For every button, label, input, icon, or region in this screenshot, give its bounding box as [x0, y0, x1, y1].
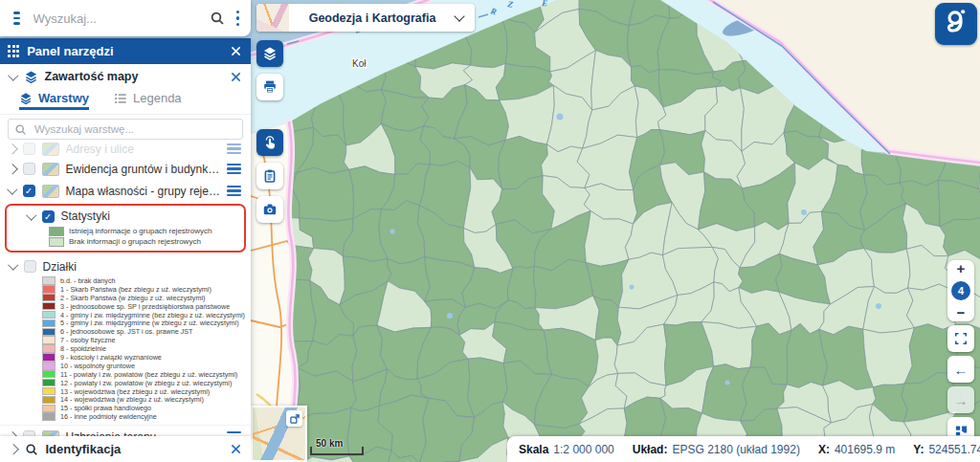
legend-swatch — [42, 362, 56, 370]
forward-button[interactable]: → — [947, 386, 974, 413]
layer-checkbox[interactable] — [23, 185, 35, 197]
fullscreen-button[interactable] — [947, 325, 974, 352]
legend-swatch — [42, 328, 56, 337]
chevron-right-icon[interactable] — [7, 164, 17, 174]
statystyki-checkbox[interactable] — [42, 210, 55, 223]
map-content-close-icon[interactable] — [231, 72, 241, 82]
tab-legenda-label: Legenda — [133, 91, 182, 105]
dzialki-checkbox[interactable] — [24, 260, 36, 273]
layer-row-ewidencja[interactable]: Ewidencja gruntów i budynków — [0, 158, 251, 180]
panel-title: Panel narzędzi — [27, 44, 231, 58]
drag-handle[interactable] — [227, 143, 241, 154]
legend-row: 15 - spółki prawa handlowego — [0, 404, 251, 412]
statystyki-row[interactable]: Statystyki — [7, 207, 244, 226]
legend-label: 4 - gminy i zw. międzygminne (bez zbiegu… — [60, 311, 245, 319]
scale-bar-label: 50 km — [316, 438, 343, 449]
legend-row: 6 - jednoosobowe sp. JST i os. prawne JS… — [0, 327, 251, 336]
legend-label: 15 - spółki prawa handlowego — [60, 404, 151, 412]
zoom-in-button[interactable]: + — [957, 263, 966, 275]
y-coordinate-readout: Y:524551.74 m — [913, 443, 980, 456]
clipboard-tool-button[interactable] — [256, 163, 283, 189]
legend-row: Brak informacji o grupach rejestrowych — [7, 236, 244, 247]
legend-label: 6 - jednoosobowe sp. JST i os. prawne JS… — [60, 327, 193, 336]
layer-thumbnail-icon — [42, 185, 59, 198]
identify-tool-button[interactable] — [256, 129, 283, 156]
layers-tool-button[interactable] — [256, 40, 283, 67]
fullscreen-icon — [954, 332, 968, 345]
legend-swatch — [42, 405, 56, 413]
clipboard-icon — [262, 168, 278, 184]
x-coordinate-readout: X:401695.9 m — [818, 443, 895, 456]
legend-swatch — [42, 370, 56, 379]
zoom-control: + 4 − — [947, 260, 974, 321]
layer-checkbox[interactable] — [23, 163, 35, 175]
screenshot-tool-button[interactable] — [256, 196, 283, 223]
layer-label: Mapa własności - grupy rejestrowe — [66, 185, 221, 198]
identyfikacja-bar[interactable]: Identyfikacja — [0, 436, 251, 462]
legend-row: b.d. - brak danych — [0, 276, 251, 285]
legend-label: 9 - kościoły i związki wyznaniowe — [60, 353, 162, 362]
layer-row-adresy[interactable]: Adresy i ulice — [0, 143, 251, 158]
zoom-out-button[interactable]: − — [957, 307, 966, 319]
legend-swatch — [42, 396, 56, 405]
layer-label: Ewidencja gruntów i budynków — [66, 163, 221, 176]
tab-warstwy[interactable]: Warstwy — [19, 89, 89, 110]
menu-icon[interactable] — [13, 11, 20, 24]
legend-swatch — [42, 285, 56, 294]
more-options-icon[interactable] — [236, 11, 239, 26]
panel-close-icon[interactable] — [231, 46, 241, 56]
chevron-right-icon[interactable] — [8, 444, 18, 454]
dzialki-row[interactable]: Działki — [0, 256, 251, 276]
identyfikacja-label: Identyfikacja — [46, 442, 224, 456]
drag-handle[interactable] — [227, 186, 241, 196]
composition-thumbnail — [256, 4, 289, 32]
identyfikacja-close-icon[interactable] — [231, 444, 241, 454]
legend-label: 13 - województwa (bez zbiegu z uż. wiecz… — [60, 387, 210, 396]
composition-selector[interactable]: Geodezja i Kartografia — [256, 4, 475, 32]
legend-swatch — [42, 412, 56, 421]
legend-swatch — [42, 311, 56, 319]
top-search-bar — [0, 0, 251, 36]
chevron-down-icon[interactable] — [26, 209, 36, 220]
layer-row-uzbrojenie[interactable]: Uzbrojenie terenu — [0, 425, 251, 436]
tab-legenda[interactable]: Legenda — [114, 89, 182, 105]
overview-map-inset[interactable] — [251, 406, 307, 462]
svg-text:E: E — [541, 0, 548, 8]
arrow-right-icon: → — [954, 393, 969, 407]
crs-readout: Układ:EPSG 2180 (układ 1992) — [633, 443, 800, 456]
legend-row: 9 - kościoły i związki wyznaniowe — [0, 353, 251, 362]
chevron-down-icon[interactable] — [8, 260, 18, 271]
tab-bar: Warstwy Legenda — [0, 89, 251, 115]
search-icon[interactable] — [210, 11, 225, 26]
search-input[interactable] — [32, 11, 204, 27]
legend-row: 14 - województwa (w zbiegu z uż. wieczys… — [0, 395, 251, 404]
legend-swatch — [42, 387, 56, 396]
chevron-down-icon[interactable] — [8, 70, 18, 80]
apps-grid-icon[interactable] — [8, 45, 19, 56]
legend-label: 1 - Skarb Państwa (bez zbiegu z uż. wiec… — [60, 285, 212, 294]
statystyki-highlight-box: Statystyki Istnieją informacje o grupach… — [5, 204, 246, 253]
layer-thumbnail-icon — [42, 163, 59, 176]
camera-icon — [262, 202, 278, 217]
legend-label: 16 - inne podmioty ewidencyjne — [60, 412, 157, 421]
legend-row: 8 - spółdzielnie — [0, 344, 251, 353]
chevron-down-icon[interactable] — [7, 185, 17, 195]
tools-panel: Panel narzędzi Zawartość mapy — [0, 38, 251, 436]
map-content-title: Zawartość mapy — [45, 70, 225, 83]
print-tool-button[interactable] — [256, 74, 283, 100]
layer-row-mapa-wlasnosci[interactable]: Mapa własności - grupy rejestrowe — [0, 180, 251, 202]
geoportal-logo[interactable] — [935, 3, 977, 45]
statystyki-label: Statystyki — [61, 209, 235, 223]
layer-checkbox[interactable] — [23, 143, 35, 155]
drag-handle[interactable] — [227, 164, 241, 174]
back-button[interactable]: ← — [947, 356, 974, 383]
legend-label: Istnieją informacje o grupach rejestrowy… — [69, 227, 212, 235]
tap-hand-icon — [262, 135, 278, 150]
layer-search-input[interactable] — [33, 122, 236, 136]
chevron-right-icon[interactable] — [7, 143, 17, 154]
legend-label: 8 - spółdzielnie — [60, 344, 106, 353]
layers-icon — [19, 92, 33, 105]
geoportal-app: KołRZE 50 km Panel narzędzi — [0, 0, 980, 462]
inset-expand-button[interactable] — [286, 410, 302, 427]
search-icon — [14, 123, 27, 136]
